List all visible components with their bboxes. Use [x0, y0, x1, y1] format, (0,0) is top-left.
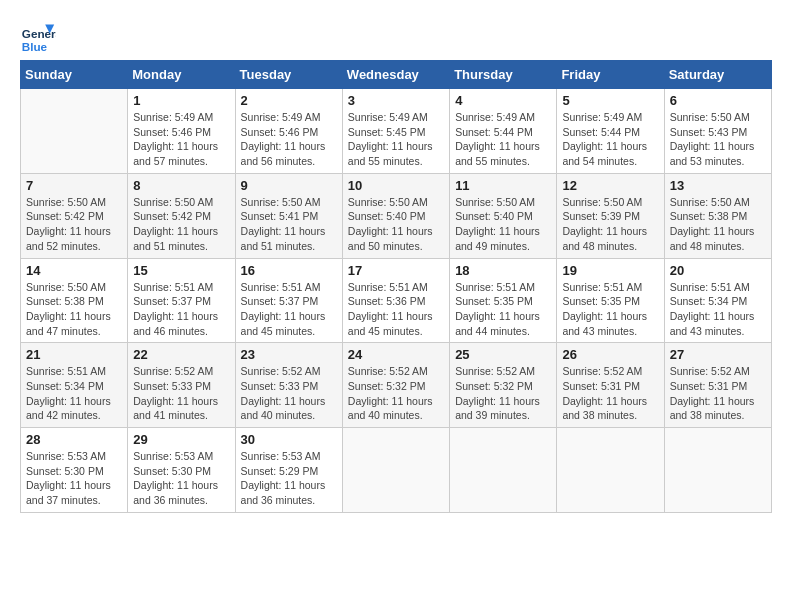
day-number: 27 — [670, 347, 766, 362]
day-info: Sunrise: 5:51 AM Sunset: 5:35 PM Dayligh… — [562, 280, 658, 339]
day-number: 18 — [455, 263, 551, 278]
day-info: Sunrise: 5:52 AM Sunset: 5:33 PM Dayligh… — [241, 364, 337, 423]
day-number: 13 — [670, 178, 766, 193]
day-info: Sunrise: 5:49 AM Sunset: 5:45 PM Dayligh… — [348, 110, 444, 169]
day-number: 21 — [26, 347, 122, 362]
calendar-cell — [450, 428, 557, 513]
day-info: Sunrise: 5:50 AM Sunset: 5:40 PM Dayligh… — [455, 195, 551, 254]
calendar-cell: 23Sunrise: 5:52 AM Sunset: 5:33 PM Dayli… — [235, 343, 342, 428]
calendar-week-4: 21Sunrise: 5:51 AM Sunset: 5:34 PM Dayli… — [21, 343, 772, 428]
calendar-week-1: 1Sunrise: 5:49 AM Sunset: 5:46 PM Daylig… — [21, 89, 772, 174]
weekday-header-friday: Friday — [557, 61, 664, 89]
day-number: 17 — [348, 263, 444, 278]
calendar-week-5: 28Sunrise: 5:53 AM Sunset: 5:30 PM Dayli… — [21, 428, 772, 513]
calendar-cell: 24Sunrise: 5:52 AM Sunset: 5:32 PM Dayli… — [342, 343, 449, 428]
day-info: Sunrise: 5:51 AM Sunset: 5:36 PM Dayligh… — [348, 280, 444, 339]
calendar-cell: 22Sunrise: 5:52 AM Sunset: 5:33 PM Dayli… — [128, 343, 235, 428]
day-number: 23 — [241, 347, 337, 362]
calendar-cell: 18Sunrise: 5:51 AM Sunset: 5:35 PM Dayli… — [450, 258, 557, 343]
day-number: 6 — [670, 93, 766, 108]
day-info: Sunrise: 5:53 AM Sunset: 5:30 PM Dayligh… — [26, 449, 122, 508]
day-info: Sunrise: 5:50 AM Sunset: 5:40 PM Dayligh… — [348, 195, 444, 254]
day-info: Sunrise: 5:52 AM Sunset: 5:33 PM Dayligh… — [133, 364, 229, 423]
day-info: Sunrise: 5:51 AM Sunset: 5:37 PM Dayligh… — [133, 280, 229, 339]
day-number: 12 — [562, 178, 658, 193]
day-info: Sunrise: 5:50 AM Sunset: 5:43 PM Dayligh… — [670, 110, 766, 169]
day-number: 8 — [133, 178, 229, 193]
calendar-cell: 20Sunrise: 5:51 AM Sunset: 5:34 PM Dayli… — [664, 258, 771, 343]
day-number: 26 — [562, 347, 658, 362]
day-number: 25 — [455, 347, 551, 362]
calendar-cell: 12Sunrise: 5:50 AM Sunset: 5:39 PM Dayli… — [557, 173, 664, 258]
day-number: 10 — [348, 178, 444, 193]
weekday-header-thursday: Thursday — [450, 61, 557, 89]
logo: General Blue — [20, 20, 58, 56]
day-number: 22 — [133, 347, 229, 362]
calendar-cell: 3Sunrise: 5:49 AM Sunset: 5:45 PM Daylig… — [342, 89, 449, 174]
calendar-cell: 25Sunrise: 5:52 AM Sunset: 5:32 PM Dayli… — [450, 343, 557, 428]
day-number: 19 — [562, 263, 658, 278]
calendar-cell: 2Sunrise: 5:49 AM Sunset: 5:46 PM Daylig… — [235, 89, 342, 174]
svg-text:Blue: Blue — [22, 40, 48, 53]
day-info: Sunrise: 5:52 AM Sunset: 5:32 PM Dayligh… — [348, 364, 444, 423]
day-info: Sunrise: 5:51 AM Sunset: 5:34 PM Dayligh… — [670, 280, 766, 339]
day-info: Sunrise: 5:50 AM Sunset: 5:42 PM Dayligh… — [26, 195, 122, 254]
weekday-header-row: SundayMondayTuesdayWednesdayThursdayFrid… — [21, 61, 772, 89]
weekday-header-sunday: Sunday — [21, 61, 128, 89]
calendar-cell: 28Sunrise: 5:53 AM Sunset: 5:30 PM Dayli… — [21, 428, 128, 513]
weekday-header-tuesday: Tuesday — [235, 61, 342, 89]
calendar-week-3: 14Sunrise: 5:50 AM Sunset: 5:38 PM Dayli… — [21, 258, 772, 343]
day-number: 5 — [562, 93, 658, 108]
day-info: Sunrise: 5:53 AM Sunset: 5:29 PM Dayligh… — [241, 449, 337, 508]
day-number: 29 — [133, 432, 229, 447]
calendar-cell: 4Sunrise: 5:49 AM Sunset: 5:44 PM Daylig… — [450, 89, 557, 174]
day-number: 7 — [26, 178, 122, 193]
day-info: Sunrise: 5:52 AM Sunset: 5:31 PM Dayligh… — [562, 364, 658, 423]
calendar-cell: 7Sunrise: 5:50 AM Sunset: 5:42 PM Daylig… — [21, 173, 128, 258]
day-number: 16 — [241, 263, 337, 278]
calendar-cell: 27Sunrise: 5:52 AM Sunset: 5:31 PM Dayli… — [664, 343, 771, 428]
day-info: Sunrise: 5:50 AM Sunset: 5:42 PM Dayligh… — [133, 195, 229, 254]
day-number: 14 — [26, 263, 122, 278]
day-number: 30 — [241, 432, 337, 447]
day-info: Sunrise: 5:50 AM Sunset: 5:39 PM Dayligh… — [562, 195, 658, 254]
day-info: Sunrise: 5:49 AM Sunset: 5:44 PM Dayligh… — [562, 110, 658, 169]
day-number: 4 — [455, 93, 551, 108]
day-number: 15 — [133, 263, 229, 278]
calendar-week-2: 7Sunrise: 5:50 AM Sunset: 5:42 PM Daylig… — [21, 173, 772, 258]
day-info: Sunrise: 5:52 AM Sunset: 5:32 PM Dayligh… — [455, 364, 551, 423]
calendar-cell: 13Sunrise: 5:50 AM Sunset: 5:38 PM Dayli… — [664, 173, 771, 258]
calendar-cell: 1Sunrise: 5:49 AM Sunset: 5:46 PM Daylig… — [128, 89, 235, 174]
day-info: Sunrise: 5:51 AM Sunset: 5:35 PM Dayligh… — [455, 280, 551, 339]
calendar-cell: 5Sunrise: 5:49 AM Sunset: 5:44 PM Daylig… — [557, 89, 664, 174]
day-info: Sunrise: 5:53 AM Sunset: 5:30 PM Dayligh… — [133, 449, 229, 508]
calendar-cell: 15Sunrise: 5:51 AM Sunset: 5:37 PM Dayli… — [128, 258, 235, 343]
calendar-cell — [342, 428, 449, 513]
calendar-cell: 11Sunrise: 5:50 AM Sunset: 5:40 PM Dayli… — [450, 173, 557, 258]
logo-icon: General Blue — [20, 20, 56, 56]
weekday-header-wednesday: Wednesday — [342, 61, 449, 89]
day-info: Sunrise: 5:49 AM Sunset: 5:46 PM Dayligh… — [133, 110, 229, 169]
calendar-cell — [557, 428, 664, 513]
calendar-cell: 21Sunrise: 5:51 AM Sunset: 5:34 PM Dayli… — [21, 343, 128, 428]
calendar-cell: 14Sunrise: 5:50 AM Sunset: 5:38 PM Dayli… — [21, 258, 128, 343]
day-info: Sunrise: 5:51 AM Sunset: 5:37 PM Dayligh… — [241, 280, 337, 339]
day-number: 9 — [241, 178, 337, 193]
calendar-cell: 29Sunrise: 5:53 AM Sunset: 5:30 PM Dayli… — [128, 428, 235, 513]
calendar-table: SundayMondayTuesdayWednesdayThursdayFrid… — [20, 60, 772, 513]
calendar-cell: 26Sunrise: 5:52 AM Sunset: 5:31 PM Dayli… — [557, 343, 664, 428]
day-info: Sunrise: 5:50 AM Sunset: 5:38 PM Dayligh… — [670, 195, 766, 254]
day-number: 20 — [670, 263, 766, 278]
day-info: Sunrise: 5:50 AM Sunset: 5:41 PM Dayligh… — [241, 195, 337, 254]
calendar-cell — [21, 89, 128, 174]
day-number: 2 — [241, 93, 337, 108]
calendar-cell: 16Sunrise: 5:51 AM Sunset: 5:37 PM Dayli… — [235, 258, 342, 343]
day-number: 11 — [455, 178, 551, 193]
weekday-header-saturday: Saturday — [664, 61, 771, 89]
page-header: General Blue — [20, 20, 772, 56]
calendar-cell — [664, 428, 771, 513]
calendar-cell: 19Sunrise: 5:51 AM Sunset: 5:35 PM Dayli… — [557, 258, 664, 343]
calendar-cell: 8Sunrise: 5:50 AM Sunset: 5:42 PM Daylig… — [128, 173, 235, 258]
day-info: Sunrise: 5:51 AM Sunset: 5:34 PM Dayligh… — [26, 364, 122, 423]
weekday-header-monday: Monday — [128, 61, 235, 89]
